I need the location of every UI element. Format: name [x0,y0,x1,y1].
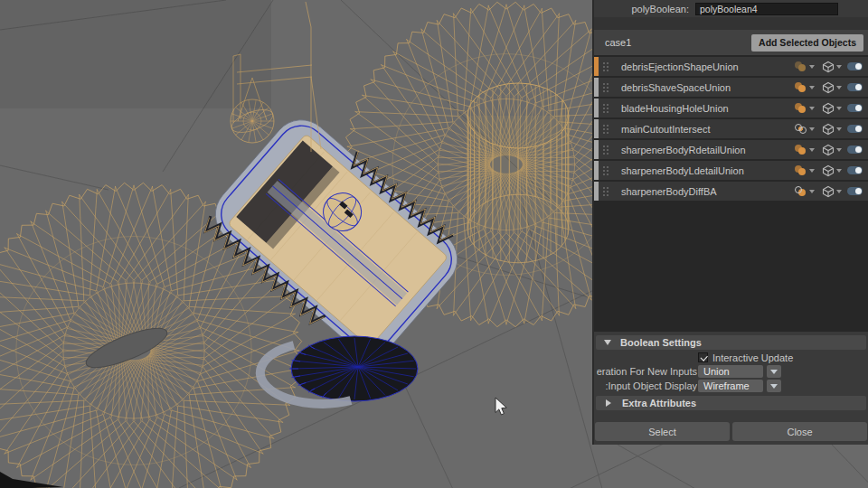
node-name-input[interactable] [695,3,838,15]
operation-row: Operation For New Inputs: Union [594,365,868,378]
boolean-op-icon[interactable] [794,61,807,72]
extra-attributes-title: Extra Attributes [622,398,696,408]
boolean-node-row[interactable]: sharpenerBodyLdetailUnion [594,161,868,180]
attribute-editor-panel: polyBoolean: case1 Add Selected Objects … [592,0,868,445]
boolean-op-icon[interactable] [794,102,807,114]
row-label: sharpenerBodyRdetailUnion [621,145,794,155]
op-dropdown-caret-icon[interactable] [809,65,815,69]
cube-display-icon[interactable] [822,144,835,156]
row-color-bar [594,57,599,76]
row-label: debrisShaveSpaceUnion [621,82,794,93]
boolean-node-row[interactable]: sharpenerBodyDiffBA [594,182,868,201]
display-dropdown-caret-icon[interactable] [836,65,842,69]
row-enabled-toggle[interactable] [847,187,863,195]
interactive-update-label: Interactive Update [712,352,793,363]
select-button[interactable]: Select [595,422,730,441]
drag-handle-icon[interactable] [601,123,609,135]
drag-handle-icon[interactable] [601,185,609,197]
interactive-update-checkbox[interactable] [698,352,708,362]
spacer [594,410,868,422]
operation-label: Operation For New Inputs: [597,366,697,377]
op-dropdown-caret-icon[interactable] [809,86,815,89]
boolean-op-icon[interactable] [794,185,807,197]
row-enabled-toggle[interactable] [847,166,863,174]
cube-display-icon[interactable] [822,123,835,136]
expand-arrow-icon [606,399,611,407]
row-label: sharpenerBodyDiffBA [621,186,794,197]
boolean-node-row[interactable]: debrisShaveSpaceUnion [594,78,868,97]
row-label: sharpenerBodyLdetailUnion [621,165,794,176]
cube-display-icon[interactable] [822,61,835,73]
row-color-bar [594,161,599,180]
boolean-op-icon[interactable] [794,123,807,135]
boolean-op-icon[interactable] [794,164,807,176]
row-color-bar [594,140,599,159]
cube-display-icon[interactable] [822,185,835,198]
chevron-down-icon [770,384,778,389]
row-color-bar [594,182,599,201]
row-enabled-toggle[interactable] [847,83,863,91]
display-dropdown-caret-icon[interactable] [836,148,842,152]
case-label: case1 [605,37,631,48]
row-label: mainCutoutIntersect [621,124,794,135]
boolean-node-row[interactable]: sharpenerBodyRdetailUnion [594,140,868,159]
node-type-label: polyBoolean: [594,4,689,14]
add-selected-objects-button[interactable]: Add Selected Objects [751,34,863,52]
drag-handle-icon[interactable] [601,164,609,176]
row-color-bar [594,99,599,117]
cube-display-icon[interactable] [822,164,835,177]
display-dropdown-caret-icon[interactable] [836,107,842,110]
row-label: debrisEjectionShapeUnion [621,61,794,72]
close-button[interactable]: Close [732,422,867,441]
drag-handle-icon[interactable] [601,61,609,72]
boolean-op-icon[interactable] [794,81,807,93]
display-dropdown-caret-icon[interactable] [836,86,842,89]
operation-dropdown-arrow[interactable] [767,365,781,378]
display-label: Input Object Display: [597,380,697,391]
op-dropdown-caret-icon[interactable] [809,107,815,110]
cube-display-icon[interactable] [822,81,835,94]
panel-divider [594,17,868,30]
display-dropdown[interactable]: Wireframe [698,380,763,392]
node-name-row: polyBoolean: [594,0,868,17]
op-dropdown-caret-icon[interactable] [809,148,815,152]
boolean-settings-header[interactable]: Boolean Settings [596,335,866,350]
row-color-bar [594,119,599,138]
boolean-node-row[interactable]: bladeHousingHoleUnion [594,99,868,117]
display-dropdown-caret-icon[interactable] [836,169,842,173]
row-enabled-toggle[interactable] [847,62,863,70]
interactive-update-row: Interactive Update [594,352,868,363]
boolean-node-row[interactable]: mainCutoutIntersect [594,119,868,138]
boolean-node-list: debrisEjectionShapeUnion debrisShaveSpac… [594,55,868,332]
operation-dropdown[interactable]: Union [698,365,763,378]
boolean-node-row[interactable]: debrisEjectionShapeUnion [594,57,868,76]
display-dropdown-caret-icon[interactable] [836,127,842,131]
footer-buttons: Select Close [594,422,868,441]
display-row: Input Object Display: Wireframe [594,380,868,392]
row-enabled-toggle[interactable] [847,125,863,133]
drag-handle-icon[interactable] [601,81,609,93]
display-dropdown-caret-icon[interactable] [836,190,842,193]
boolean-settings-title: Boolean Settings [620,337,702,348]
boolean-op-icon[interactable] [794,144,807,155]
collapse-arrow-icon [604,340,611,345]
cube-display-icon[interactable] [822,102,835,115]
op-dropdown-caret-icon[interactable] [809,127,815,131]
extra-attributes-header[interactable]: Extra Attributes [596,396,866,410]
op-dropdown-caret-icon[interactable] [809,169,815,173]
row-enabled-toggle[interactable] [847,104,863,112]
chevron-down-icon [770,370,778,374]
drag-handle-icon[interactable] [601,144,609,155]
row-label: bladeHousingHoleUnion [621,103,794,114]
op-dropdown-caret-icon[interactable] [809,190,815,193]
display-dropdown-arrow[interactable] [767,380,781,392]
application-window: polyBoolean: case1 Add Selected Objects … [0,0,868,488]
case-section-header[interactable]: case1 Add Selected Objects [594,30,868,55]
drag-handle-icon[interactable] [601,102,609,114]
row-color-bar [594,78,599,97]
row-enabled-toggle[interactable] [847,145,863,154]
